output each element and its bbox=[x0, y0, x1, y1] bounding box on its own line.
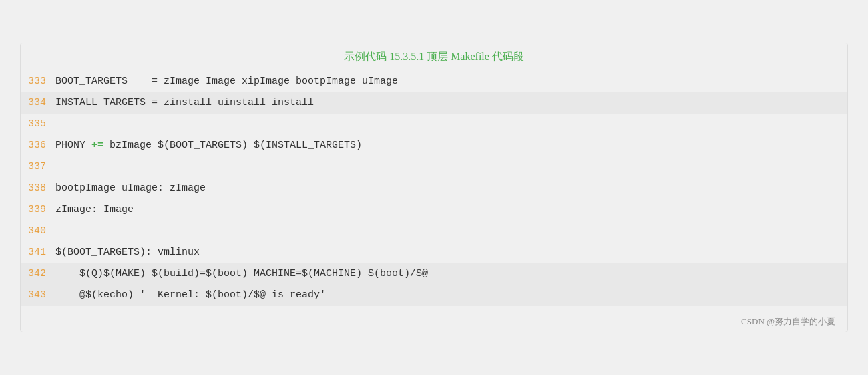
code-line: 337 bbox=[21, 156, 847, 178]
code-line: 336PHONY += bzImage $(BOOT_TARGETS) $(IN… bbox=[21, 135, 847, 156]
code-line: 339zImage: Image bbox=[21, 199, 847, 221]
line-number: 335 bbox=[21, 114, 55, 135]
line-number: 334 bbox=[21, 92, 55, 114]
code-line: 333BOOT_TARGETS = zImage Image xipImage … bbox=[21, 71, 847, 92]
code-line: 340 bbox=[21, 221, 847, 242]
line-number: 341 bbox=[21, 242, 55, 263]
line-number: 338 bbox=[21, 178, 55, 199]
line-number: 343 bbox=[21, 285, 55, 306]
code-line: 343 @$(kecho) ' Kernel: $(boot)/$@ is re… bbox=[21, 285, 847, 306]
line-number: 336 bbox=[21, 135, 55, 156]
code-line: 342 $(Q)$(MAKE) $(build)=$(boot) MACHINE… bbox=[21, 263, 847, 285]
code-body: 333BOOT_TARGETS = zImage Image xipImage … bbox=[21, 68, 847, 314]
code-line: 334INSTALL_TARGETS = zinstall uinstall i… bbox=[21, 92, 847, 114]
code-line: 338bootpImage uImage: zImage bbox=[21, 178, 847, 199]
code-container: 示例代码 15.3.5.1 顶层 Makefile 代码段 333BOOT_TA… bbox=[20, 43, 848, 332]
watermark: CSDN @努力自学的小夏 bbox=[21, 314, 847, 332]
line-number: 340 bbox=[21, 221, 55, 242]
line-number: 339 bbox=[21, 199, 55, 221]
line-number: 342 bbox=[21, 263, 55, 285]
code-line: 335 bbox=[21, 114, 847, 135]
code-title: 示例代码 15.3.5.1 顶层 Makefile 代码段 bbox=[21, 43, 847, 68]
code-line: 341$(BOOT_TARGETS): vmlinux bbox=[21, 242, 847, 263]
line-number: 333 bbox=[21, 71, 55, 92]
line-number: 337 bbox=[21, 156, 55, 178]
